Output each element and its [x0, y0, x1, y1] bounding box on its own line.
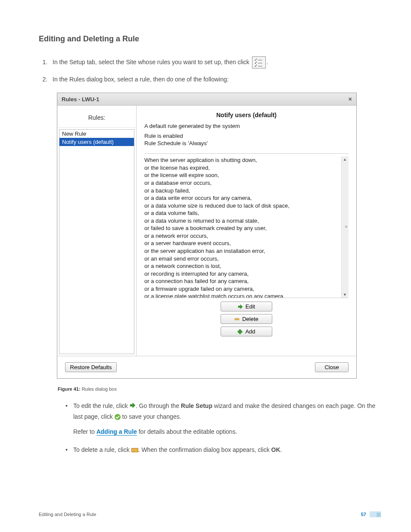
bullet-delete-b: . When the confirmation dialog box appea… [138, 446, 271, 453]
step-1-text-before: In the Setup tab, select the Site whose … [53, 59, 251, 65]
dialog-titlebar: Rules - LWU-1 × [57, 93, 356, 106]
bullet-delete-c: . [280, 446, 282, 453]
action-button-stack: Edit Delete Add [144, 302, 349, 336]
dialog-footer: Restore Defaults Close [57, 356, 356, 378]
scroll-thumb-icon[interactable]: ≡ [345, 224, 347, 229]
bullet-edit: To edit the rule, click . Go through the… [65, 401, 381, 437]
condition-line: or the license will expire soon, [144, 171, 339, 179]
rule-schedule: Rule Schedule is 'Always' [144, 140, 349, 146]
bullet-edit-d: to save your changes. [121, 413, 181, 420]
condition-line: or a firmware upgrade failed on any came… [144, 285, 339, 293]
figure-text: Rules dialog box [82, 386, 117, 392]
rule-setup-term: Rule Setup [181, 402, 212, 409]
delete-button[interactable]: Delete [221, 314, 272, 324]
page-number: 57 [361, 511, 381, 517]
edit-button-label: Edit [246, 303, 255, 310]
condition-line: or a network error occurs, [144, 232, 339, 240]
rules-dialog: Rules - LWU-1 × Rules: New Rule Notify u… [57, 93, 357, 379]
check-circle-icon [115, 414, 121, 420]
condition-line: or the license has expired, [144, 164, 339, 172]
adding-a-rule-link[interactable]: Adding a Rule [97, 428, 137, 436]
bullet-edit-a: To edit the rule, click [73, 402, 130, 409]
condition-line: When the server application is shutting … [144, 156, 339, 164]
figure-label: Figure 41: [58, 386, 81, 392]
condition-line: or failed to save a bookmark created by … [144, 224, 339, 232]
bullet-refer-b: for details about the editable options. [137, 428, 237, 435]
minus-icon [131, 448, 138, 452]
page-number-value: 57 [361, 512, 366, 517]
rules-right-pane: Notify users (default) A default rule ge… [137, 106, 356, 356]
condition-line: or a data volume fails, [144, 209, 339, 217]
arrow-right-icon [238, 304, 243, 309]
condition-line: or a database error occurs, [144, 179, 339, 187]
restore-defaults-button[interactable]: Restore Defaults [65, 362, 117, 372]
plus-icon [237, 329, 243, 334]
dialog-title: Rules - LWU-1 [62, 96, 99, 103]
condition-line: or a backup failed, [144, 187, 339, 195]
rule-item-new-rule[interactable]: New Rule [59, 130, 134, 138]
rule-title: Notify users (default) [144, 112, 349, 118]
bullet-refer-a: Refer to [73, 428, 97, 435]
close-icon[interactable]: × [349, 96, 352, 103]
close-button[interactable]: Close [315, 362, 349, 372]
condition-line: or the server application has an install… [144, 247, 339, 255]
add-button[interactable]: Add [221, 327, 272, 336]
conditions-text: When the server application is shutting … [144, 156, 341, 298]
step-1: In the Setup tab, select the Site whose … [49, 56, 381, 68]
delete-button-label: Delete [242, 316, 258, 322]
rules-label: Rules: [57, 106, 136, 128]
add-button-label: Add [245, 328, 255, 335]
figure-caption: Figure 41: Rules dialog box [58, 386, 381, 392]
arrow-right-icon [130, 401, 136, 412]
condition-line: or a license plate watchlist match occur… [144, 292, 339, 298]
scrollbar[interactable]: ▲ ≡ ▼ [341, 156, 349, 298]
condition-line: or a data volume size is reduced due to … [144, 202, 339, 210]
condition-line: or a data volume is returned to a normal… [144, 217, 339, 225]
step-2: In the Rules dialog box, select a rule, … [49, 75, 381, 84]
footer-title: Editing and Deleting a Rule [39, 512, 96, 517]
edit-button[interactable]: Edit [221, 302, 272, 311]
ok-term: OK [271, 446, 280, 453]
page-number-decoration-icon [370, 511, 381, 517]
bullet-edit-b: . Go through the [136, 402, 181, 409]
sub-bullets: To edit the rule, click . Go through the… [65, 401, 381, 455]
minus-icon [234, 317, 240, 322]
condition-line: or a connection has failed for any camer… [144, 277, 339, 285]
condition-line: or a data write error occurs for any cam… [144, 194, 339, 202]
scroll-up-icon[interactable]: ▲ [343, 157, 347, 162]
rule-item-notify-users[interactable]: Notify users (default) [59, 138, 134, 146]
bullet-delete: To delete a rule, click . When the confi… [65, 445, 381, 455]
bullet-delete-a: To delete a rule, click [73, 446, 131, 453]
page-footer: Editing and Deleting a Rule 57 [39, 511, 381, 517]
rule-description: A default rule generated by the system [144, 123, 349, 129]
scroll-down-icon[interactable]: ▼ [343, 292, 347, 297]
condition-line: or a network connection is lost, [144, 262, 339, 270]
rule-enabled: Rule is enabled [144, 133, 349, 139]
steps-list: In the Setup tab, select the Site whose … [49, 56, 381, 84]
svg-rect-0 [235, 318, 239, 320]
step-1-text-after: . [267, 59, 268, 65]
condition-line: or an email send error occurs, [144, 255, 339, 263]
rule-list[interactable]: New Rule Notify users (default) [59, 129, 134, 354]
condition-line: or a server hardware event occurs, [144, 240, 339, 247]
checklist-icon: ✓—✓—✓— [252, 56, 266, 68]
section-heading: Editing and Deleting a Rule [39, 34, 381, 44]
rules-left-pane: Rules: New Rule Notify users (default) [57, 106, 137, 356]
condition-line: or recording is interrupted for any came… [144, 270, 339, 278]
conditions-panel: When the server application is shutting … [144, 153, 349, 298]
